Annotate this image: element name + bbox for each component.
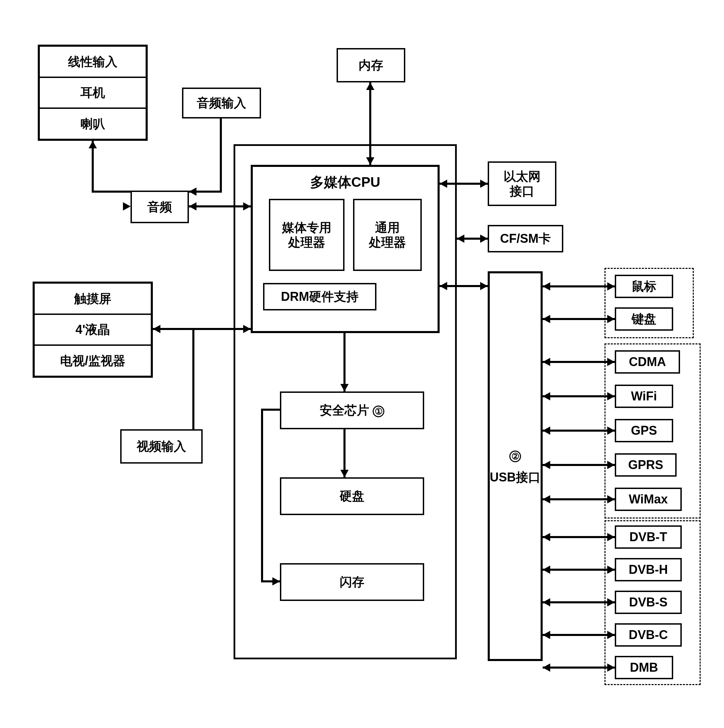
arrowhead-icon [543, 566, 550, 574]
arrow-usb-wifi [543, 395, 615, 397]
memory-box: 内存 [337, 48, 405, 83]
arrowhead-icon [607, 533, 615, 541]
arrowhead-icon [607, 461, 615, 469]
arrow-usb-dvbh [543, 569, 615, 571]
line-audio-to-outputs-h [92, 191, 130, 193]
arrow-usb-keyboard [543, 318, 615, 320]
arrowhead-icon [543, 495, 550, 503]
arrowhead-icon [543, 631, 550, 639]
arrowhead-icon [543, 315, 550, 323]
dashed-group-broadcast [605, 520, 701, 685]
arrow-usb-gps [543, 430, 615, 432]
arrowhead-icon [607, 495, 615, 503]
drm-label: DRM硬件支持 [281, 289, 358, 304]
arrowhead-icon [607, 566, 615, 574]
arrowhead-icon [543, 358, 550, 366]
arrowhead-icon [189, 188, 196, 196]
tv-monitor-label: 电视/监视器 [35, 346, 151, 376]
arrowhead-icon [607, 427, 615, 435]
arrowhead-icon [543, 533, 550, 541]
video-input-label: 视频输入 [137, 439, 186, 454]
arrowhead-icon [189, 202, 196, 211]
arrowhead-icon [340, 470, 349, 477]
arrowhead-icon [607, 358, 615, 366]
video-input-box: 视频输入 [120, 429, 203, 463]
arrowhead-icon [340, 384, 349, 392]
arrowhead-icon [543, 664, 550, 672]
arrow-cpu-security [343, 333, 346, 392]
line-video-input-v [192, 329, 194, 429]
security-chip-box: 安全芯片 ① [280, 392, 424, 429]
linear-input-label: 线性输入 [40, 47, 145, 78]
touchscreen-label: 触摸屏 [35, 284, 151, 315]
usb-mark: ② [509, 448, 521, 463]
arrowhead-icon [123, 202, 130, 211]
arrowhead-icon [543, 282, 550, 291]
arrowhead-icon [607, 664, 615, 672]
arrow-usb-gprs [543, 464, 615, 466]
usb-label: USB接口 [490, 470, 540, 485]
general-processor-box: 通用 处理器 [353, 199, 422, 271]
cpu-block: 多媒体CPU 媒体专用 处理器 通用 处理器 DRM硬件支持 [251, 165, 439, 333]
lcd-label: 4'液晶 [35, 315, 151, 346]
arrowhead-icon [607, 392, 615, 401]
arrowhead-icon [89, 141, 97, 148]
memory-label: 内存 [358, 58, 383, 72]
line-sec-flash-v [261, 408, 263, 580]
arrowhead-icon [366, 157, 374, 165]
ethernet-label: 以太网 接口 [504, 169, 540, 199]
arrow-usb-dvbc [543, 634, 615, 636]
line-audio-input [220, 118, 222, 191]
dashed-group-input-devices [605, 268, 694, 338]
cfsm-box: CF/SM卡 [488, 225, 563, 252]
line-sec-flash-top [261, 408, 280, 411]
arrowhead-icon [607, 598, 615, 606]
arrowhead-icon [543, 598, 550, 606]
arrowhead-icon [543, 392, 550, 401]
security-mark: ① [373, 403, 384, 418]
arrow-memory-cpu [369, 83, 371, 165]
arrow-usb-mouse [543, 285, 615, 288]
media-processor-box: 媒体专用 处理器 [269, 199, 344, 271]
arrowhead-icon [543, 427, 550, 435]
arrowhead-icon [366, 83, 374, 90]
cpu-title: 多媒体CPU [310, 174, 380, 190]
arrow-usb-dvbt [543, 536, 615, 538]
arrowhead-icon [607, 315, 615, 323]
hdd-label: 硬盘 [340, 489, 364, 503]
arrow-audio-cpu [189, 205, 251, 207]
dashed-group-wireless [605, 343, 701, 518]
arrowhead-icon [457, 234, 464, 243]
audio-box: 音频 [130, 191, 189, 223]
flash-box: 闪存 [280, 563, 424, 601]
arrow-video-cpu [153, 328, 251, 330]
audio-output-block: 线性输入 耳机 喇叭 [38, 44, 148, 141]
general-processor-label: 通用 处理器 [369, 220, 406, 250]
arrowhead-icon [543, 461, 550, 469]
arrow-usb-dvbs [543, 601, 615, 603]
arrowhead-icon [607, 631, 615, 639]
media-processor-label: 媒体专用 处理器 [282, 220, 331, 250]
hdd-box: 硬盘 [280, 477, 424, 515]
cfsm-label: CF/SM卡 [500, 231, 551, 246]
arrowhead-icon [153, 325, 161, 333]
arrowhead-icon [607, 282, 615, 291]
usb-box: ② USB接口 [488, 271, 543, 661]
diagram-canvas: 线性输入 耳机 喇叭 音频输入 内存 音频 多媒体CPU 媒体专用 处理器 通用… [0, 0, 724, 728]
arrowhead-icon [439, 282, 447, 290]
arrowhead-icon [480, 282, 488, 290]
audio-input-box: 音频输入 [182, 87, 261, 118]
arrowhead-icon [480, 234, 488, 243]
video-output-block: 触摸屏 4'液晶 电视/监视器 [33, 281, 153, 378]
arrowhead-icon [272, 577, 280, 586]
arrow-usb-wimax [543, 498, 615, 500]
security-chip-label: 安全芯片 [320, 403, 369, 418]
ethernet-box: 以太网 接口 [488, 161, 556, 206]
audio-input-label: 音频输入 [197, 95, 246, 110]
speaker-label: 喇叭 [40, 109, 145, 139]
headphone-label: 耳机 [40, 78, 145, 109]
arrowhead-icon [243, 325, 251, 333]
arrowhead-icon [480, 180, 488, 188]
arrowhead-icon [439, 180, 447, 188]
arrow-usb-cdma [543, 361, 615, 363]
